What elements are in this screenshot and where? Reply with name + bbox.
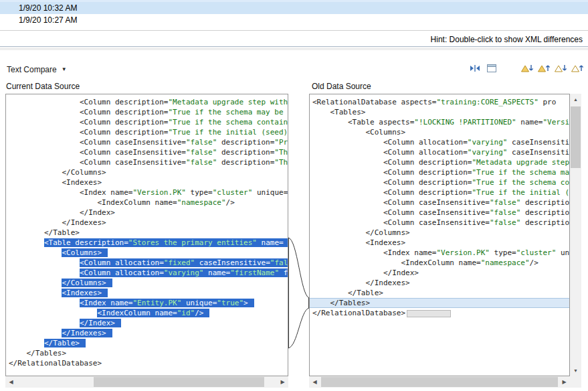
history-list: 1/9/20 10:32 AM 1/9/20 10:27 AM bbox=[0, 2, 588, 31]
code-line[interactable]: <Table description="Stores the primary e… bbox=[9, 238, 288, 248]
compare-mode-dropdown[interactable]: Text Compare ▼ bbox=[7, 65, 67, 74]
highlighted-change[interactable]: <Index name="Entity.PK" unique="true"> bbox=[80, 299, 254, 307]
scroll-left-arrow-icon[interactable]: ◀ bbox=[309, 376, 320, 388]
highlighted-change[interactable]: </Columns> bbox=[62, 279, 112, 287]
right-code-pane[interactable]: <RelationalDatabase aspects="training:CO… bbox=[309, 94, 570, 376]
diff-connector-lines bbox=[288, 94, 309, 376]
code-line[interactable]: <Indexes> bbox=[312, 238, 569, 248]
scroll-left-arrow-icon[interactable]: ◀ bbox=[5, 376, 17, 388]
code-line[interactable]: <RelationalDatabase aspects="training:CO… bbox=[312, 97, 569, 107]
highlighted-change[interactable]: <Column allocation="fixed" caseInsensiti… bbox=[80, 258, 288, 267]
code-line[interactable]: </Indexes> bbox=[9, 328, 288, 338]
compare-toolbar: Text Compare ▼ bbox=[0, 50, 588, 79]
code-line[interactable]: <Columns> bbox=[9, 248, 288, 258]
code-line[interactable]: <Indexes> bbox=[9, 177, 288, 187]
scroll-right-arrow-icon[interactable]: ▶ bbox=[277, 376, 288, 388]
highlighted-change[interactable]: <Column allocation="varying" name="first… bbox=[80, 268, 288, 277]
code-line[interactable]: </Indexes> bbox=[312, 278, 569, 288]
highlighted-change[interactable]: </Table> bbox=[44, 339, 86, 347]
highlighted-change[interactable]: </Indexes> bbox=[62, 329, 112, 337]
code-line[interactable]: <Column description="Metadata upgrade st… bbox=[312, 157, 569, 167]
history-timestamp: 1/9/20 10:27 AM bbox=[19, 15, 77, 25]
code-line[interactable]: <Table aspects="!LOCKING !PARTITIONED" n… bbox=[312, 117, 569, 127]
next-change-button[interactable] bbox=[553, 62, 567, 75]
code-line[interactable]: </Index> bbox=[312, 268, 569, 278]
left-horizontal-scrollbar-thumb[interactable] bbox=[94, 377, 264, 387]
code-line[interactable]: <Column allocation="varying" name="first… bbox=[9, 268, 288, 278]
code-line[interactable]: </Index> bbox=[9, 208, 288, 218]
code-line[interactable]: <Column caseInsensitive="false" descript… bbox=[9, 147, 288, 157]
code-line[interactable]: <Column description="True if the schema … bbox=[312, 167, 569, 177]
left-horizontal-scrollbar[interactable]: ◀ ▶ bbox=[5, 376, 288, 388]
code-line[interactable]: <IndexColumn name="namespace"/> bbox=[312, 258, 569, 268]
code-line[interactable]: <Column allocation="varying" caseInsensi… bbox=[312, 147, 569, 157]
right-horizontal-scrollbar[interactable]: ◀ ▶ bbox=[309, 376, 570, 388]
code-line[interactable]: <Column caseInsensitive="false" descript… bbox=[9, 157, 288, 167]
list-item[interactable]: 1/9/20 10:27 AM bbox=[0, 14, 588, 26]
code-line[interactable]: <Column description="True if the schema … bbox=[9, 107, 288, 117]
empty-change-marker bbox=[407, 310, 451, 317]
xml-compare-window: 1/9/20 10:32 AM 1/9/20 10:27 AM Hint: Do… bbox=[0, 0, 588, 391]
scroll-up-arrow-icon[interactable]: ▲ bbox=[570, 94, 581, 105]
highlighted-change[interactable]: <Table description="Stores the primary e… bbox=[44, 238, 288, 247]
code-line[interactable]: </Columns> bbox=[9, 167, 288, 177]
previous-change-button[interactable] bbox=[569, 62, 584, 75]
hint-bar: Hint: Double-click to show XML differenc… bbox=[0, 31, 588, 47]
next-difference-icon bbox=[520, 64, 533, 74]
highlighted-change[interactable]: </Index> bbox=[80, 319, 121, 327]
next-difference-button[interactable] bbox=[519, 62, 534, 75]
code-line[interactable]: <Column description="Metadata upgrade st… bbox=[9, 97, 288, 107]
pane-headers: Current Data Source Old Data Source bbox=[0, 79, 588, 94]
code-line[interactable]: <Column caseInsensitive="false" descript… bbox=[9, 137, 288, 147]
scrollbar-corner bbox=[570, 376, 581, 388]
code-line[interactable]: <Column caseInsensitive="false" descript… bbox=[312, 198, 569, 208]
code-line[interactable]: </RelationalDatabase> bbox=[9, 358, 288, 368]
code-line[interactable]: </RelationalDatabase> bbox=[312, 308, 569, 318]
code-line[interactable]: <Index name="Entity.PK" unique="true"> bbox=[9, 298, 288, 308]
code-line[interactable]: </Index> bbox=[9, 318, 288, 328]
code-line[interactable]: </Columns> bbox=[9, 278, 288, 288]
code-line[interactable]: <Column caseInsensitive="false" descript… bbox=[312, 218, 569, 228]
code-line[interactable]: </Table> bbox=[9, 338, 288, 348]
code-line[interactable]: </Columns> bbox=[312, 228, 569, 238]
code-line[interactable]: <Column description="True if the initial… bbox=[9, 127, 288, 137]
previous-change-icon bbox=[571, 64, 583, 74]
code-line[interactable]: <IndexColumn name="namespace"/> bbox=[9, 198, 288, 208]
previous-difference-button[interactable] bbox=[536, 62, 551, 75]
left-code-pane[interactable]: <Column description="Metadata upgrade st… bbox=[5, 94, 288, 376]
show-pane-button[interactable] bbox=[484, 62, 499, 75]
compare-mode-label: Text Compare bbox=[7, 65, 57, 74]
code-line[interactable]: </Indexes> bbox=[9, 218, 288, 228]
code-line[interactable]: <Column caseInsensitive="false" descript… bbox=[312, 208, 569, 218]
code-line[interactable]: <Tables> bbox=[312, 107, 569, 117]
swap-views-button[interactable] bbox=[468, 62, 482, 75]
code-line[interactable]: <Index name="Version.PK" type="cluster" … bbox=[312, 248, 569, 258]
list-item[interactable]: 1/9/20 10:32 AM bbox=[0, 2, 588, 14]
code-line[interactable]: </Tables> bbox=[310, 298, 569, 308]
highlighted-change[interactable]: <Indexes> bbox=[62, 289, 108, 297]
code-line[interactable]: </Table> bbox=[9, 228, 288, 238]
code-line[interactable]: </Tables> bbox=[9, 348, 288, 358]
code-line[interactable]: <Column description="True if the schema … bbox=[9, 117, 288, 127]
right-horizontal-scrollbar-thumb[interactable] bbox=[321, 377, 558, 387]
history-timestamp: 1/9/20 10:32 AM bbox=[19, 3, 77, 13]
code-line[interactable]: <IndexColumn name="id"/> bbox=[9, 308, 288, 318]
code-line[interactable]: <Column description="True if the schema … bbox=[312, 177, 569, 187]
highlighted-change[interactable]: <IndexColumn name="id"/> bbox=[97, 309, 209, 317]
vertical-scrollbar[interactable]: ▲ ▼ bbox=[570, 94, 581, 376]
vertical-scrollbar-thumb[interactable] bbox=[571, 106, 581, 168]
scroll-down-arrow-icon[interactable]: ▼ bbox=[570, 365, 581, 376]
compare-body: <Column description="Metadata upgrade st… bbox=[0, 94, 588, 376]
hint-text: Hint: Double-click to show XML differenc… bbox=[431, 35, 583, 44]
code-line[interactable]: </Table> bbox=[312, 288, 569, 298]
scroll-right-arrow-icon[interactable]: ▶ bbox=[559, 376, 570, 388]
code-line[interactable]: <Index name="Version.PK" type="cluster" … bbox=[9, 187, 288, 198]
code-line[interactable]: <Columns> bbox=[312, 127, 569, 137]
highlighted-change[interactable]: <Columns> bbox=[62, 248, 108, 257]
code-line[interactable]: <Indexes> bbox=[9, 288, 288, 298]
code-line[interactable]: <Column allocation="varying" caseInsensi… bbox=[312, 137, 569, 147]
code-line[interactable]: <Column description="True if the initial… bbox=[312, 187, 569, 198]
diff-connector-area bbox=[288, 94, 309, 376]
frame-icon bbox=[486, 64, 497, 73]
code-line[interactable]: <Column allocation="fixed" caseInsensiti… bbox=[9, 258, 288, 268]
